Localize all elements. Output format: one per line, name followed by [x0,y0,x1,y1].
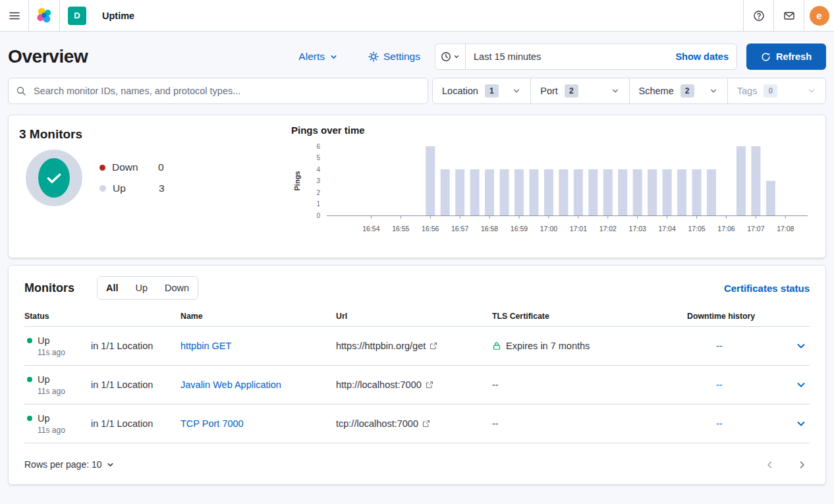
svg-text:17:00: 17:00 [540,225,557,233]
uptime-overview-page: Overview Alerts Settings Last 15 minutes… [0,41,834,485]
monitor-location: in 1/1 Location [91,341,181,351]
filter-down-button[interactable]: Down [156,277,198,299]
expand-row-button[interactable] [791,327,811,365]
quick-select-button[interactable] [435,44,466,69]
alerts-dropdown[interactable]: Alerts [298,51,338,63]
external-link-icon[interactable] [430,342,437,350]
refresh-button[interactable]: Refresh [746,43,826,70]
status-cell: Up 11s ago [24,335,91,357]
refresh-label: Refresh [776,51,812,62]
chevron-left-icon [765,460,775,470]
external-link-icon[interactable] [426,381,433,389]
search-box [8,78,428,104]
filter-all-button[interactable]: All [97,277,127,299]
svg-text:17:01: 17:01 [570,225,587,233]
clock-icon [441,51,451,62]
svg-text:16:58: 16:58 [481,225,498,233]
svg-text:4: 4 [316,166,320,173]
svg-text:17:06: 17:06 [717,225,735,233]
svg-text:Pings: Pings [293,171,301,191]
tls-expiry: -- [492,379,499,390]
space-badge[interactable]: D [68,7,86,25]
search-input[interactable] [8,78,428,104]
chevron-down-icon [796,418,806,429]
down-value: 0 [158,161,164,173]
filter-scheme-label: Scheme [639,86,674,96]
monitors-title: Monitors [24,281,74,295]
gear-icon [368,51,379,62]
certificates-status-link[interactable]: Certificates status [724,283,810,294]
status-filter-group: All Up Down [97,276,198,300]
monitor-row: Up 11s ago in 1/1 Location httpbin GET h… [24,327,810,366]
page-title: Overview [8,46,298,67]
next-page-button[interactable] [794,457,810,472]
legend-item-down: Down 0 [99,157,165,178]
chevron-down-icon [796,379,806,390]
last-check-time: 11s ago [38,348,91,357]
user-menu-button[interactable]: e [804,0,834,31]
column-expand [791,312,811,321]
up-value: 3 [159,182,165,194]
pings-chart-section: Pings over time Pings012345616:5416:5516… [275,115,825,258]
filter-scheme[interactable]: Scheme 2 [629,78,727,103]
chart-title: Pings over time [291,125,825,136]
chevron-down-icon [807,86,816,96]
filter-port-count-badge: 2 [565,84,578,98]
rows-per-page-button[interactable]: Rows per page: 10 [24,459,115,470]
svg-text:6: 6 [316,143,320,150]
svg-text:2: 2 [316,189,320,196]
previous-page-button[interactable] [762,457,777,472]
elastic-logo[interactable] [29,0,60,31]
search-icon [16,86,26,96]
external-link-icon[interactable] [422,420,430,428]
status-text: Up [38,374,50,385]
lock-icon [492,341,501,350]
filter-group: Location 1 Port 2 Scheme 2 Tags 0 [432,78,826,104]
status-text: Up [38,335,50,346]
status-cell: Up 11s ago [24,374,91,396]
chevron-down-icon [611,86,620,96]
chevron-down-icon [512,86,521,96]
notifications-button[interactable] [773,0,804,31]
monitor-name-link[interactable]: TCP Port 7000 [181,418,244,429]
legend-item-up: Up 3 [99,178,165,199]
monitor-name-link[interactable]: httpbin GET [181,341,231,351]
filter-up-button[interactable]: Up [127,277,157,299]
chevron-right-icon [797,460,807,470]
hamburger-icon [9,10,20,22]
page-header: Overview Alerts Settings Last 15 minutes… [8,41,826,72]
mail-icon [783,10,795,22]
monitor-url: http://localhost:7000 [336,379,422,390]
svg-text:0: 0 [316,212,320,219]
expand-row-button[interactable] [791,366,811,404]
table-footer: Rows per page: 10 [24,451,810,478]
show-dates-button[interactable]: Show dates [667,44,737,69]
filter-location[interactable]: Location 1 [433,78,530,103]
up-dot-icon [99,185,106,192]
monitor-row: Up 11s ago in 1/1 Location Javalin Web A… [24,366,810,405]
help-button[interactable] [743,0,773,31]
monitor-name-link[interactable]: Javalin Web Application [181,379,281,390]
svg-text:16:57: 16:57 [451,225,468,233]
tls-expiry: Expires in 7 months [506,341,590,351]
tls-cell: -- [492,379,687,390]
monitor-location: in 1/1 Location [91,418,181,429]
svg-text:17:08: 17:08 [777,225,794,233]
monitors-header: Monitors All Up Down Certificates status [24,276,810,300]
menu-button[interactable] [0,0,29,31]
app-title: Uptime [102,11,134,21]
filter-location-count-badge: 1 [485,84,499,98]
column-tls: TLS Certificate [492,312,687,321]
svg-text:1: 1 [316,200,320,208]
downtime-history: -- [687,341,791,351]
expand-row-button[interactable] [791,405,811,443]
chevron-down-icon [329,53,338,61]
filter-port[interactable]: Port 2 [530,78,628,103]
filter-scheme-count-badge: 2 [681,84,694,98]
time-range-value[interactable]: Last 15 minutes [466,44,667,69]
svg-text:17:04: 17:04 [658,225,675,233]
svg-text:17:02: 17:02 [599,225,617,233]
filter-tags[interactable]: Tags 0 [727,78,825,103]
settings-button[interactable]: Settings [368,51,420,63]
snapshot-legend: Down 0 Up 3 [99,157,165,199]
